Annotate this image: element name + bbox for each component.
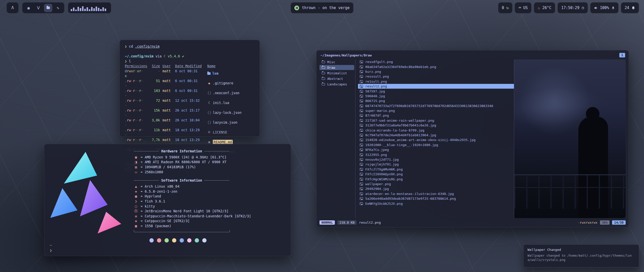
workspace-button-2[interactable]: Ⅴ	[34, 4, 43, 12]
file-size: 3,0k	[147, 118, 160, 128]
file-date: 26 oct 10:04	[175, 118, 205, 128]
software-info-line: ▦➜Hyprland	[134, 194, 285, 199]
file-list-item[interactable]: 866715.png	[358, 98, 514, 103]
file-list-item[interactable]: result2.png	[358, 84, 514, 89]
terminal-icon: ▢	[134, 204, 138, 208]
selected-filename: result2.png	[359, 221, 381, 224]
lua-icon: ☾	[207, 100, 211, 106]
system-graph-widget[interactable]	[68, 2, 111, 13]
cpu-icon: ▣	[134, 155, 138, 159]
pen-icon: ✎	[57, 6, 59, 10]
sidebar-folder-misc[interactable]: Misc	[319, 59, 354, 64]
section-title: Hardware Information	[161, 149, 202, 153]
file-name: 08a634fa02a32364f69ebc86a98eb1eb.png	[365, 65, 436, 69]
file-manager-window[interactable]: ~/Imagenes/Wallpapers/Draw 1 MiscDrawMin…	[316, 50, 629, 227]
file-list-item[interactable]: FXfcJlTXgAMvH6R.png	[358, 167, 514, 172]
file-list-item[interactable]: 87r687df.png	[358, 113, 514, 118]
file-list-item[interactable]: 154928-odinokoe_anime-art-anime-okno-sin…	[358, 138, 514, 142]
file-manager-header: ~/Imagenes/Wallpapers/Draw 1	[320, 52, 625, 58]
rule-line	[134, 180, 159, 181]
file-list-item[interactable]: resssult.png	[358, 74, 514, 79]
notifications-widget[interactable]: 24	[621, 2, 639, 13]
sidebar-folder-minimalist[interactable]: Minimalist	[319, 71, 354, 76]
file-list-item[interactable]: ressdfgult.png	[358, 59, 514, 64]
app-launcher-button[interactable]: Λ	[7, 2, 19, 13]
software-info-value: Catppuccin-Macchiato-Standard-Lavender-D…	[145, 214, 251, 218]
file-list-item[interactable]: rsjqojlmjhf91.jpg	[358, 162, 514, 167]
blank-line	[125, 49, 255, 54]
arrow-icon: ➜	[140, 194, 142, 198]
file-list-item[interactable]: super-mario.png	[358, 108, 514, 113]
palette-dot	[202, 238, 207, 243]
clock-widget[interactable]: 17:50:29 ◷	[557, 2, 588, 13]
fastfetch-window[interactable]: Hardware Information ▣➜AMD Ryzen 9 5900X…	[44, 144, 291, 256]
keyboard-layout-widget[interactable]: ⌨ US	[515, 2, 532, 13]
file-name: FXfcJlTXgAMvH6R.png	[365, 167, 403, 171]
audio-widget[interactable]: 100%	[590, 2, 619, 13]
file-list-item[interactable]: re1sult.png	[358, 79, 514, 84]
updates-widget[interactable]: 0 ↻	[498, 2, 513, 13]
temperature-widget[interactable]: ♨ 26°C	[534, 2, 555, 13]
terminal-window[interactable]: ❯ cd .config/nvim ~/.config/nvim via ☾ v…	[119, 40, 260, 137]
sidebar-folder-label: Draw	[327, 66, 335, 70]
file-list-item[interactable]: 8FKa7Cu.jpeg	[358, 147, 514, 152]
file-list-item[interactable]: 20492984.jpg	[358, 186, 514, 191]
software-info-line: ▢➜kitty	[134, 204, 285, 209]
hardware-info-line: ◨➜AMD ATI Radeon RX 6800/6800 XT / 6900 …	[134, 160, 285, 165]
file-list-item[interactable]: FXfcHgcWIAMzs0G.png	[358, 177, 514, 181]
wallpaper-notification[interactable]: Wallpaper Changed Wallpaper changed to /…	[523, 244, 639, 267]
file-permissions: .rw-r--r--	[125, 118, 145, 128]
memory-icon: ▤	[134, 165, 138, 169]
file-list-item[interactable]: 08a634fa02a32364f69ebc86a98eb1eb.png	[358, 64, 514, 69]
file-date: 6 oct 00:31	[175, 79, 205, 88]
file-list-item[interactable]: 3122955.png	[358, 152, 514, 157]
image-file-icon	[360, 65, 363, 68]
file-list-item[interactable]: 217167-sad-anime-rain-wallpaper.png	[358, 118, 514, 123]
file-list-item[interactable]: 5a266e448add93deab367d87173e9f25-6837886…	[358, 196, 514, 201]
image-file-icon	[360, 60, 363, 63]
cpu-graph-icon	[71, 5, 108, 11]
file-list-item[interactable]: kurz.png	[358, 69, 514, 74]
prompt-symbol: ❯	[50, 248, 52, 253]
sidebar-folder-label: Landscapes	[327, 82, 347, 86]
media-player-widget[interactable]: thrown - on the verge	[291, 2, 353, 13]
image-file-icon	[360, 119, 363, 122]
file-name: FXfcHgcWIAMzs0G.png	[365, 177, 403, 181]
file-list-item[interactable]: 596848.jpg	[358, 94, 514, 98]
file-list-item[interactable]: chica-mirando-la-luna-8799.jpg	[358, 128, 514, 132]
file-date: 12 oct 15:32	[175, 98, 205, 108]
tab-indicator[interactable]: 1	[619, 53, 625, 57]
workspace-button-3[interactable]	[44, 4, 52, 12]
file-list-item[interactable]: FXfcII0X0AQyn9X.png	[358, 172, 514, 177]
file-list-item[interactable]: 68747470733a2f2f696d616765732d7769786d70…	[358, 104, 514, 108]
image-file-icon	[360, 173, 363, 176]
folder-icon	[207, 72, 211, 75]
image-file-icon	[360, 85, 363, 88]
fetch-shell-prompt[interactable]: ~ ❯	[50, 243, 52, 253]
hardware-info-value: AMD Ryzen 9 5900X (24) @ 4.9GHz [61.3°C]	[145, 155, 226, 159]
file-list-item[interactable]: atardecer-en-la-montanas-ilustracion-634…	[358, 191, 514, 196]
file-name: FXfcII0X0AQyn9X.png	[365, 172, 403, 176]
file-name: nnvuv0xj2df71.jpg	[365, 158, 399, 161]
file-list-item[interactable]: 0c794faf07de24a4db4d4fb1eb813964.jpg	[358, 133, 514, 138]
sidebar-folder-draw[interactable]: Draw	[319, 65, 354, 70]
file-list-item[interactable]: wallpaper.png	[358, 182, 514, 186]
workspace-button-1[interactable]: ◉	[24, 4, 33, 12]
file-list-item[interactable]: 19201080-__blue-tinge__-1920×1080.jpg	[358, 143, 514, 147]
folder-sidebar: MiscDrawMinimalistAbstractLandscapes	[319, 59, 355, 218]
cwd-tilde: ~	[50, 243, 52, 248]
kernel-icon: ❖	[134, 189, 138, 193]
workspace-button-4[interactable]: ✎	[54, 4, 62, 12]
file-list-item[interactable]: 3126f7e9bbf21a8a4af0b67b041c6e26.jpg	[358, 123, 514, 128]
sidebar-folder-abstract[interactable]: Abstract	[319, 76, 354, 81]
file-list-item[interactable]: nnvuv0xj2df71.jpg	[358, 157, 514, 162]
image-file-icon	[360, 70, 363, 73]
sidebar-folder-landscapes[interactable]: Landscapes	[319, 82, 354, 87]
file-name: .gitignore	[213, 81, 233, 86]
software-info-value: JetBrainsMono Nerd Font Light 10 [GTK2/3…	[145, 209, 228, 213]
file-list-item[interactable]: 587597.jpg	[358, 89, 514, 93]
hardware-section-header: Hardware Information	[134, 149, 229, 154]
file-name-cell: {}lazy-lock.json	[207, 108, 255, 118]
hardware-info-value: 10948MiB / 64183MiB (17%)	[145, 165, 196, 169]
file-list-item[interactable]: EeNKYgIUcAAJ5JX.png	[358, 201, 514, 206]
